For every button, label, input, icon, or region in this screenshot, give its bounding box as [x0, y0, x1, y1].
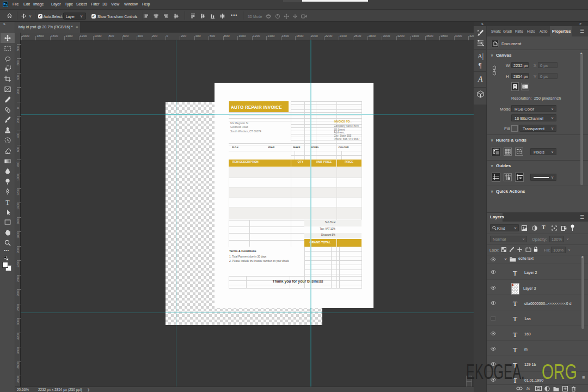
- svg-text:T: T: [5, 199, 10, 205]
